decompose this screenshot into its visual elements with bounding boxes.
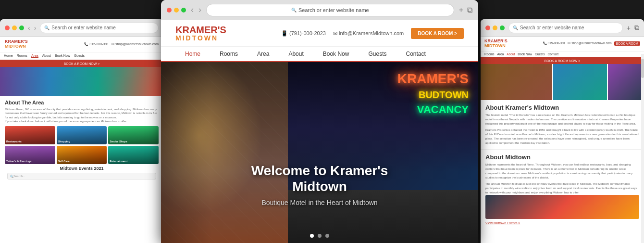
left-nav-bar: Home Rooms Area About Book Now Guests <box>0 52 163 61</box>
center-forward-button[interactable]: › <box>198 5 201 15</box>
center-site-header: KRAMER'S MIDTOWN 📱 (791)-000-2023 ✉ info… <box>161 20 478 47</box>
right-add-tab-button[interactable]: + <box>627 24 631 32</box>
mail-icon: ✉ <box>333 30 337 36</box>
right-site-header: KRAMER'SMIDTOWN 📞 315-000-391 ✉ shop@Kra… <box>481 37 644 51</box>
center-hero: KRAMER'S BUDTOWN VACANCY Welcome to Kram… <box>161 62 478 243</box>
right-search-icon: 🔍 <box>513 26 518 30</box>
left-about-section: About The Area Midtown Reno, NV is an ar… <box>0 96 163 184</box>
right-traffic-lights <box>485 26 505 30</box>
left-logo: KRAMER'SMIDTOWN <box>5 39 28 49</box>
list-item[interactable]: Shopping <box>57 126 107 144</box>
center-tab-icons: + ⧉ <box>459 6 472 14</box>
center-address-bar[interactable]: 🔍 Search or enter website name <box>206 4 454 16</box>
right-chrome-bar: 🔍 Search or enter website name + ⧉ <box>481 19 644 37</box>
hero-dot-2[interactable] <box>318 234 322 238</box>
center-tab-grid-button[interactable]: ⧉ <box>467 6 472 14</box>
center-contact-info: 📱 (791)-000-2023 ✉ info@KramersMidtown.c… <box>281 28 464 39</box>
list-item[interactable]: Self Care <box>57 146 107 164</box>
right-about-kramers-text: The historic motel "The El Dorado" has a… <box>485 113 639 126</box>
neon-sign: KRAMER'S BUDTOWN VACANCY <box>397 72 469 116</box>
right-minimize-button[interactable] <box>493 26 497 30</box>
left-address-bar[interactable]: 🔍 Search or enter website name <box>40 23 159 33</box>
right-view-midtown-link[interactable]: View Midtown Events > <box>485 221 639 225</box>
hero-right-panel: KRAMER'S BUDTOWN VACANCY <box>288 62 478 243</box>
right-scrollbar[interactable] <box>641 54 644 243</box>
center-nav: Home Rooms Area About Book Now Guests Co… <box>161 47 478 62</box>
left-search-box[interactable]: 🔍 Search... <box>7 173 156 179</box>
list-item[interactable]: Tattoo's & Piercings <box>5 146 55 164</box>
browser-right: 🔍 Search or enter website name + ⧉ KRAME… <box>481 19 644 243</box>
center-add-tab-button[interactable]: + <box>459 6 463 14</box>
hero-left-panel <box>161 62 288 243</box>
left-contact: 📞 315-000-391 ✉ shop@KramersMidtown.com <box>84 42 159 46</box>
right-book-banner[interactable]: BOOK A ROOM NOW > <box>481 58 644 64</box>
center-nav-home[interactable]: Home <box>175 47 210 62</box>
list-item[interactable]: Restaurants <box>5 126 55 144</box>
center-minimize-button[interactable] <box>174 8 179 13</box>
center-nav-about[interactable]: About <box>279 47 313 62</box>
left-grid-row2: Tattoo's & Piercings Self Care Entertain… <box>5 146 159 164</box>
left-traffic-lights <box>5 26 24 30</box>
hero-background: KRAMER'S BUDTOWN VACANCY <box>161 62 478 243</box>
center-nav-rooms[interactable]: Rooms <box>210 47 248 62</box>
right-tab-grid-button[interactable]: ⧉ <box>634 24 639 32</box>
hero-text: Welcome to Kramer's Midtown Boutique Mot… <box>240 163 399 206</box>
right-address-bar[interactable]: 🔍 Search or enter website name <box>508 23 623 33</box>
browser-center: ‹ › 🔍 Search or enter website name + ⧉ K… <box>161 0 478 243</box>
left-minimize-button[interactable] <box>12 26 17 30</box>
right-site-content: KRAMER'SMIDTOWN 📞 315-000-391 ✉ shop@Kra… <box>481 37 644 243</box>
right-hero-img-3 <box>608 64 644 100</box>
right-maximize-button[interactable] <box>500 26 505 30</box>
center-search-icon: 🔍 <box>291 8 297 13</box>
center-maximize-button[interactable] <box>181 8 186 13</box>
left-maximize-button[interactable] <box>19 26 24 30</box>
right-about-midtown-text2: The annual Midtown festivals is just one… <box>485 182 639 195</box>
right-book-btn-small[interactable]: BOOK A ROOM <box>614 41 640 46</box>
left-site-content: KRAMER'SMIDTOWN 📞 315-000-391 ✉ shop@Kra… <box>0 37 163 243</box>
right-midtown-image <box>485 195 639 219</box>
center-nav-area[interactable]: Area <box>248 47 279 62</box>
left-search-icon: 🔍 <box>44 26 50 30</box>
right-hero-images <box>481 64 644 100</box>
list-item[interactable]: Entertainment <box>108 146 159 164</box>
left-back-button[interactable]: ‹ <box>28 24 30 32</box>
right-about-midtown-title: About Midtown <box>485 153 639 161</box>
right-hero-img-1 <box>481 64 552 100</box>
left-chrome-bar: ‹ › 🔍 Search or enter website name <box>0 19 163 37</box>
hero-dot-1[interactable] <box>310 234 314 238</box>
left-site-header: KRAMER'SMIDTOWN 📞 315-000-391 ✉ shop@Kra… <box>0 37 163 52</box>
right-about-kramers: About Kramer's Midtown The historic mote… <box>481 100 644 149</box>
list-item[interactable]: Smoke Shops <box>108 126 159 144</box>
right-about-kramers-title: About Kramer's Midtown <box>485 104 639 111</box>
center-book-button[interactable]: BOOK A ROOM > <box>411 28 464 39</box>
right-close-button[interactable] <box>485 26 490 30</box>
hero-room-image <box>161 62 288 243</box>
left-forward-button[interactable]: › <box>34 24 37 32</box>
center-chrome-bar: ‹ › 🔍 Search or enter website name + ⧉ <box>161 0 478 20</box>
hero-dot-3[interactable] <box>325 234 329 238</box>
browser-left: ‹ › 🔍 Search or enter website name KRAME… <box>0 19 163 243</box>
center-traffic-lights <box>167 8 186 13</box>
phone-icon: 📱 <box>281 30 288 36</box>
left-close-button[interactable] <box>5 26 10 30</box>
center-nav-contact[interactable]: Contact <box>396 47 435 62</box>
left-grid: Restaurants Shopping Smoke Shops <box>5 126 159 144</box>
right-about-kramers-text2: Kramers Properties obtained the motel in… <box>485 128 639 145</box>
left-book-banner[interactable]: BOOK A ROOM NOW > <box>0 61 163 67</box>
left-about-text: Midtown Reno, NV is an area of the city … <box>5 107 159 124</box>
hero-subtitle: Boutique Motel in the Heart of Midtown <box>240 199 399 206</box>
left-events-title: Midtown Events 2021 <box>5 166 159 171</box>
right-hero-img-2 <box>553 64 607 100</box>
right-contact: 📞 315-000-391 ✉ shop@KramersMidtown.com … <box>543 41 640 46</box>
center-close-button[interactable] <box>167 8 172 13</box>
left-about-title: About The Area <box>5 100 159 105</box>
left-hero-image <box>0 67 163 96</box>
right-scrollbar-thumb[interactable] <box>641 59 644 78</box>
right-about-midtown: About Midtown Midtown represents the hea… <box>481 149 644 229</box>
center-logo: KRAMER'S MIDTOWN <box>175 25 226 41</box>
right-logo: KRAMER'SMIDTOWN <box>484 39 508 49</box>
center-back-button[interactable]: ‹ <box>191 5 194 15</box>
center-nav-booknow[interactable]: Book Now <box>313 47 359 62</box>
right-about-midtown-text: Midtown represents the heart of Reno. Th… <box>485 163 639 180</box>
center-nav-guests[interactable]: Guests <box>359 47 396 62</box>
